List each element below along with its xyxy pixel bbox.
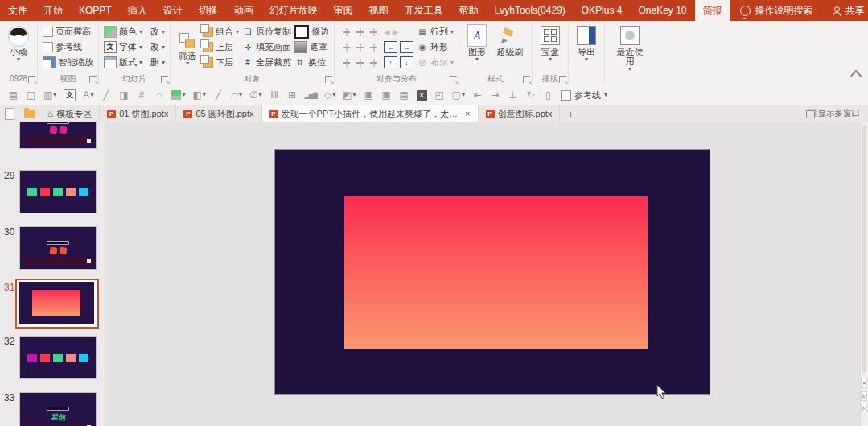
align-middle-icon[interactable]: [355, 42, 365, 52]
chevron-down-icon[interactable]: ▾: [139, 44, 142, 51]
tab-active-plugin-deck[interactable]: P 发现一个PPT小插件，使用起来爽爆了，太好用！.pptx ×: [262, 105, 479, 122]
menu-insert[interactable]: 插入: [120, 0, 155, 21]
align-bottom-icon[interactable]: [368, 42, 379, 52]
gradient-rectangle-shape[interactable]: [344, 196, 648, 349]
distribute-v-icon[interactable]: [355, 57, 365, 68]
chevron-down-icon[interactable]: ▾: [162, 29, 165, 35]
tab-creative-icons[interactable]: P 创意图标.pptx: [479, 105, 561, 122]
scroll-down-button[interactable]: ▾: [861, 378, 867, 388]
send-backward-icon[interactable]: ⇤: [472, 89, 483, 101]
select-object-icon[interactable]: ◰: [434, 89, 445, 101]
slide-thumbnail-32[interactable]: [19, 336, 97, 379]
vertical-scrollbar[interactable]: ▾ « »: [860, 122, 868, 426]
distribute-h-icon[interactable]: [341, 57, 352, 68]
table-edit-icon[interactable]: ⊞: [286, 89, 297, 101]
slide-canvas[interactable]: [105, 122, 861, 426]
slide-thumbnail-30[interactable]: [19, 226, 97, 270]
open-folder-button[interactable]: [19, 105, 40, 122]
menu-koppt[interactable]: KOPPT: [71, 0, 120, 21]
nudge-right-icon[interactable]: →: [400, 41, 413, 53]
menu-okplus[interactable]: OKPlus 4: [574, 0, 631, 21]
menu-transitions[interactable]: 切换: [191, 0, 226, 21]
guides-toggle[interactable]: 参考线 ▾: [561, 89, 607, 101]
selected-slide-thumbnail-31[interactable]: [15, 279, 99, 329]
rotate-icon[interactable]: ↻: [525, 89, 536, 101]
align-objects-icon[interactable]: ▤: [8, 89, 19, 101]
slide-thumbnail-28[interactable]: [19, 122, 97, 149]
flip-h-icon[interactable]: ◀: [384, 27, 390, 36]
next-slide-button[interactable]: »: [861, 403, 867, 412]
align-center-h-icon[interactable]: [355, 27, 365, 37]
recently-used-button[interactable]: 最近使用▾: [610, 24, 650, 73]
nudge-left-icon[interactable]: ←: [384, 41, 397, 53]
filter-button[interactable]: 筛选 ▾: [175, 24, 200, 73]
shapes-icon[interactable]: ◇▾: [324, 89, 335, 101]
new-file-button[interactable]: [0, 105, 19, 122]
center-on-slide-icon[interactable]: [368, 57, 379, 68]
super-brush-button[interactable]: 超级刷: [493, 24, 527, 73]
frame-icon[interactable]: ▢▾: [452, 89, 465, 101]
fill-color-icon[interactable]: ▾: [171, 89, 185, 101]
shape-outline-icon[interactable]: ▱▾: [231, 89, 242, 101]
fill-screen-button[interactable]: ✛ 填充画面: [242, 39, 291, 55]
eyedropper-icon[interactable]: ╱: [213, 89, 224, 101]
margins-icon[interactable]: ▯: [543, 89, 553, 101]
textbox-icon[interactable]: ▤: [399, 89, 409, 101]
dialog-launcher-icon[interactable]: [325, 76, 332, 83]
copy-in-place-button[interactable]: ❏ 原位复制: [242, 24, 291, 39]
bring-forward-icon[interactable]: ⇥: [490, 89, 500, 101]
menu-slideshow[interactable]: 幻灯片放映: [261, 0, 326, 21]
rows-columns-button[interactable]: ▦ 行列▾: [417, 24, 454, 39]
delete-icon[interactable]: ×: [417, 90, 427, 101]
brush-pen-icon[interactable]: ╱: [101, 89, 111, 101]
slide-layout-icon[interactable]: ▥▾: [43, 89, 56, 101]
dialog-launcher-icon[interactable]: [523, 76, 530, 83]
chevron-down-icon[interactable]: ▾: [139, 60, 142, 66]
mask-button[interactable]: 遮罩: [294, 39, 329, 55]
slide-font-button[interactable]: 字体: [119, 41, 137, 53]
nudge-down-icon[interactable]: ↓: [400, 56, 413, 68]
distribute-objects-icon[interactable]: ◫: [26, 89, 36, 101]
menu-animations[interactable]: 动画: [226, 0, 261, 21]
treasure-box-button[interactable]: 宝盒 ▾: [537, 24, 563, 73]
align-left-icon[interactable]: [341, 27, 352, 37]
menu-design[interactable]: 设计: [155, 0, 191, 21]
tell-me-search[interactable]: 操作说明搜索: [730, 0, 823, 21]
align-right-icon[interactable]: [368, 27, 379, 37]
menu-home[interactable]: 开始: [35, 0, 71, 21]
tab-donut-chart[interactable]: P 05 圆环图.pptx: [176, 105, 261, 122]
crop-icon[interactable]: #: [136, 89, 146, 101]
chevron-down-icon[interactable]: ▾: [162, 44, 165, 51]
dialog-launcher-icon[interactable]: [161, 76, 168, 83]
tab-pie-chart[interactable]: P 01 饼图.pptx: [100, 105, 176, 122]
show-multi-window-button[interactable]: 显示多窗口: [798, 105, 868, 122]
tab-template-zone[interactable]: ⌂ 模板专区: [40, 105, 100, 122]
copy-format-icon[interactable]: ▣: [364, 89, 374, 101]
chevron-down-icon[interactable]: ▾: [162, 60, 165, 66]
columns-icon[interactable]: IIII: [269, 89, 279, 101]
previous-slide-button[interactable]: «: [861, 391, 867, 401]
align-top-icon[interactable]: [341, 42, 352, 52]
menu-help[interactable]: 帮助: [451, 0, 487, 21]
slide-thumbnail-29[interactable]: [19, 170, 97, 213]
dialog-launcher-icon[interactable]: [450, 76, 457, 83]
bring-up-button[interactable]: 上层: [203, 39, 239, 55]
menu-onekey[interactable]: OneKey 10: [630, 0, 694, 21]
swap-position-button[interactable]: ⇅ 换位: [294, 55, 329, 70]
gradient-icon[interactable]: ◩▾: [343, 89, 356, 101]
menu-lvyhtools[interactable]: LvyhTools(0429): [487, 0, 574, 21]
export-button[interactable]: 导出 ▾: [574, 24, 599, 73]
smart-zoom-button[interactable]: 智能缩放: [43, 55, 93, 70]
trim-edge-button[interactable]: 修边: [294, 24, 329, 39]
new-tab-button[interactable]: +: [560, 105, 581, 122]
menu-view[interactable]: 视图: [361, 0, 397, 21]
avatar-button[interactable]: 小顽 ▾: [5, 24, 32, 73]
combine-button[interactable]: 组合▾: [203, 24, 239, 39]
slide-delete-button[interactable]: 删: [150, 56, 159, 68]
pagelift-checkbox[interactable]: 页面撑高: [43, 24, 93, 39]
slide-color-change-button[interactable]: 改: [150, 26, 159, 38]
duplicate-icon[interactable]: ▣: [381, 89, 392, 101]
shape-button[interactable]: A 图形 ▾: [464, 24, 490, 73]
chart-icon[interactable]: ▂▅▇: [304, 89, 316, 101]
menu-file[interactable]: 文件: [0, 0, 35, 21]
